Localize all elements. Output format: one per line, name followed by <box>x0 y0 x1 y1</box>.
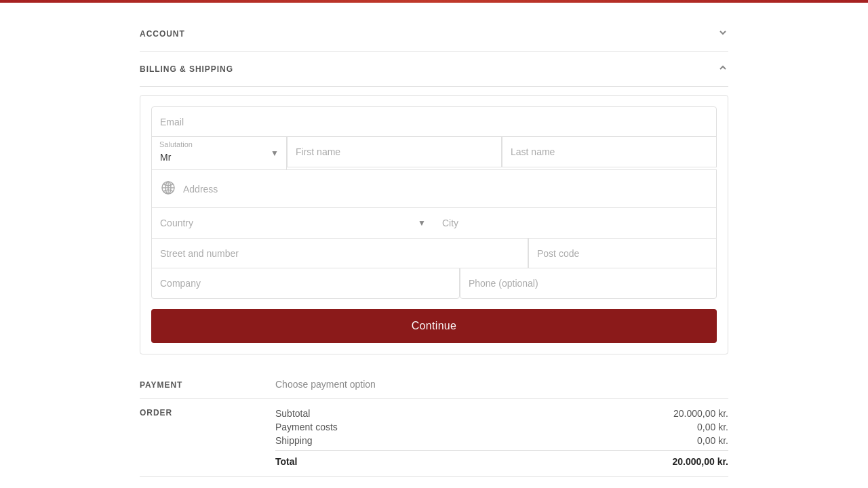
salutation-wrapper: Salutation Mr Mrs Ms Dr ▼ <box>151 136 287 170</box>
last-name-input[interactable] <box>502 136 717 167</box>
order-line: Shipping0,00 kr. <box>275 434 728 447</box>
phone-input[interactable] <box>460 268 717 299</box>
city-wrapper <box>434 207 717 239</box>
salutation-label: Salutation <box>159 140 193 148</box>
order-line: Payment costs0,00 kr. <box>275 420 728 434</box>
address-row[interactable]: Address <box>151 169 717 208</box>
country-wrapper: Country ▼ <box>151 207 434 239</box>
order-table: Subtotal20.000,00 kr.Payment costs0,00 k… <box>275 407 728 468</box>
city-input[interactable] <box>434 207 717 239</box>
order-line-value: 20.000,00 kr. <box>673 408 728 419</box>
postcode-input[interactable] <box>528 238 717 269</box>
order-total-line: Total20.000,00 kr. <box>275 450 728 468</box>
payment-row: PAYMENT Choose payment option <box>140 371 728 399</box>
address-globe-icon <box>160 180 176 198</box>
order-line: Subtotal20.000,00 kr. <box>275 407 728 420</box>
company-phone-row <box>151 268 717 298</box>
first-name-wrapper <box>287 136 502 170</box>
order-total-label: Total <box>275 456 297 467</box>
order-line-value: 0,00 kr. <box>697 435 728 446</box>
payment-label: PAYMENT <box>140 379 275 390</box>
country-city-row: Country ▼ <box>151 207 717 239</box>
order-label: ORDER <box>140 407 275 418</box>
order-line-label: Subtotal <box>275 408 310 419</box>
company-wrapper <box>151 268 460 298</box>
phone-wrapper <box>460 268 717 298</box>
address-placeholder-text: Address <box>183 184 218 195</box>
account-section-title: ACCOUNT <box>140 29 185 39</box>
company-input[interactable] <box>151 268 460 299</box>
account-chevron-icon <box>717 27 728 40</box>
first-name-input[interactable] <box>287 136 502 167</box>
postcode-wrapper <box>528 238 717 268</box>
email-row <box>151 106 717 137</box>
email-input[interactable] <box>151 106 717 138</box>
billing-chevron-icon <box>717 62 728 75</box>
billing-form: Salutation Mr Mrs Ms Dr ▼ <box>140 95 728 354</box>
order-line-label: Shipping <box>275 435 313 446</box>
order-line-value: 0,00 kr. <box>697 422 728 432</box>
payment-option-text: Choose payment option <box>275 379 376 390</box>
order-line-label: Payment costs <box>275 422 338 432</box>
page-container: ACCOUNT BILLING & SHIPPING Salutation Mr <box>129 3 739 488</box>
last-name-wrapper <box>502 136 717 170</box>
name-row: Salutation Mr Mrs Ms Dr ▼ <box>151 136 717 170</box>
country-select[interactable]: Country <box>151 207 434 239</box>
order-total-value: 20.000,00 kr. <box>672 456 728 467</box>
street-input[interactable] <box>151 238 528 269</box>
street-postcode-row <box>151 238 717 268</box>
billing-section-title: BILLING & SHIPPING <box>140 64 233 74</box>
billing-section-header[interactable]: BILLING & SHIPPING <box>140 52 728 87</box>
street-wrapper <box>151 238 528 268</box>
order-content: Subtotal20.000,00 kr.Payment costs0,00 k… <box>275 407 728 468</box>
order-row: ORDER Subtotal20.000,00 kr.Payment costs… <box>140 399 728 477</box>
account-section-header[interactable]: ACCOUNT <box>140 16 728 52</box>
payment-content: Choose payment option <box>275 379 728 390</box>
continue-button[interactable]: Continue <box>151 309 717 343</box>
